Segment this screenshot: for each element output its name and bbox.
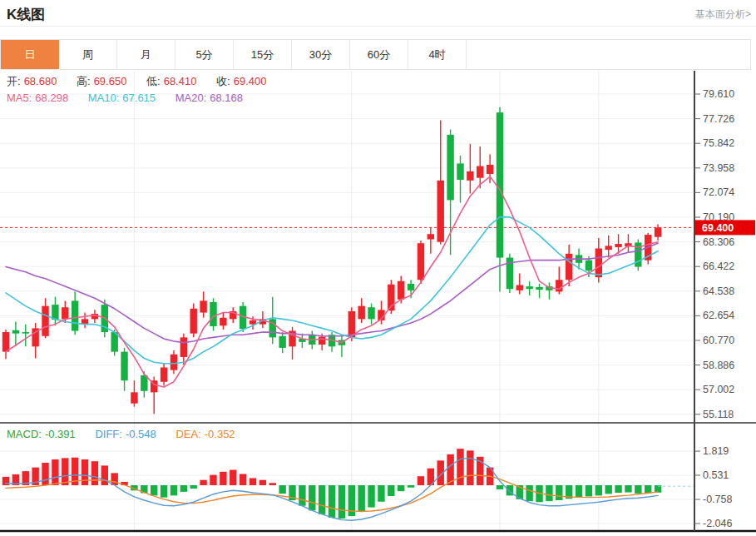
svg-text:62.654: 62.654 [703,310,734,321]
tab-15min[interactable]: 15分 [234,40,292,69]
diff-value: -0.548 [126,428,156,440]
svg-text:55.118: 55.118 [703,409,734,420]
tab-week[interactable]: 周 [59,40,117,69]
period-tabbar: 日 周 月 5分 15分 30分 60分 4时 [0,39,751,70]
diff-label: DIFF: [95,428,122,440]
tab-month[interactable]: 月 [117,40,175,69]
macd-label: MACD: [7,428,42,440]
kline-widget: 79.61077.72675.84273.95872.07470.19068.3… [0,0,756,536]
svg-text:60.770: 60.770 [703,335,734,346]
ma5-label: MA5: [7,92,32,104]
open-value: 68.680 [24,75,57,87]
svg-text:0.531: 0.531 [703,469,729,481]
tab-5min[interactable]: 5分 [175,40,234,69]
close-label: 收: [216,75,230,87]
ma10-value: 67.615 [122,92,156,104]
svg-text:75.842: 75.842 [703,137,734,149]
tabbar-filler [467,40,750,69]
header: K线图 基本面分析> [0,0,756,27]
high-label: 高: [77,75,91,87]
ma-readout: MA5:68.298 MA10:67.615 MA20:68.168 [7,92,246,104]
svg-text:-2.046: -2.046 [703,518,732,529]
low-value: 68.410 [164,75,197,87]
svg-text:66.422: 66.422 [703,261,734,272]
dea-label: DEA: [175,428,200,440]
tab-30min[interactable]: 30分 [292,40,350,69]
svg-text:58.886: 58.886 [703,360,734,371]
macd-value: -0.391 [45,428,76,440]
tab-4hour[interactable]: 4时 [408,40,467,69]
fundamental-analysis-link[interactable]: 基本面分析> [695,7,751,22]
low-label: 低: [146,75,161,87]
tab-day[interactable]: 日 [1,40,59,69]
svg-text:64.538: 64.538 [703,285,734,297]
ma10-label: MA10: [88,92,120,104]
svg-text:79.610: 79.610 [703,88,734,100]
tab-60min[interactable]: 60分 [350,40,408,69]
svg-text:73.958: 73.958 [703,162,734,174]
svg-text:69.400: 69.400 [702,222,734,234]
svg-text:77.726: 77.726 [703,113,734,125]
page-title: K线图 [7,5,45,24]
ma20-value: 68.168 [210,92,243,104]
high-value: 69.650 [94,75,127,87]
svg-text:57.002: 57.002 [703,384,734,395]
svg-text:1.819: 1.819 [703,445,729,457]
candles-layer [2,107,661,414]
ma20-label: MA20: [175,92,207,104]
close-value: 69.400 [234,75,267,87]
svg-text:68.306: 68.306 [703,236,734,248]
macd-readout: MACD:-0.391 DIFF:-0.548 DEA:-0.352 [7,428,239,440]
dea-value: -0.352 [205,428,235,440]
open-label: 开: [7,75,21,87]
svg-text:72.074: 72.074 [703,186,734,198]
ma5-value: 68.298 [35,92,68,104]
ohlc-readout: 开:68.680 高:69.650 低:68.410 收:69.400 [7,74,269,89]
svg-text:-0.758: -0.758 [703,494,732,505]
